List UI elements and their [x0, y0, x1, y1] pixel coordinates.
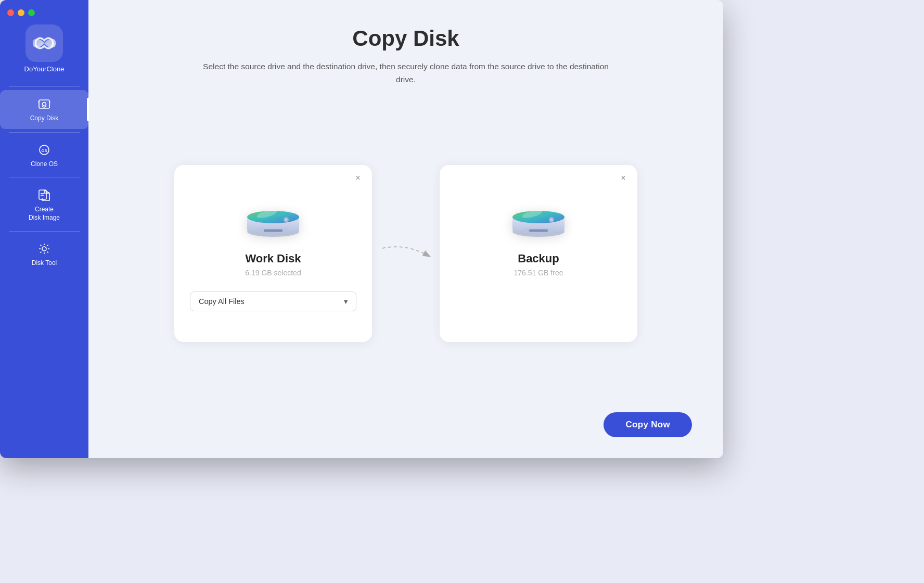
sidebar-item-label-disk-tool: Disk Tool	[32, 259, 57, 268]
copy-now-button[interactable]: Copy Now	[604, 412, 692, 437]
svg-rect-14	[264, 229, 283, 232]
bottom-bar: Copy Now	[120, 412, 692, 437]
source-disk-name: Work Disk	[245, 252, 301, 265]
app-name-label: DoYourClone	[24, 65, 65, 73]
create-disk-image-icon	[36, 187, 52, 203]
maximize-button[interactable]	[28, 9, 35, 16]
clone-os-icon: OS	[36, 142, 52, 158]
sidebar-item-label-copy-disk: Copy Disk	[30, 115, 59, 123]
disk-tool-icon	[36, 241, 52, 257]
page-subtitle: Select the source drive and the destinat…	[198, 60, 614, 86]
sidebar-divider-2	[9, 132, 80, 133]
sidebar-item-create-disk-image[interactable]: Create Disk Image	[0, 181, 88, 228]
sidebar-item-label-clone-os: Clone OS	[31, 160, 58, 169]
destination-disk-info: 176.51 GB free	[514, 269, 563, 277]
source-disk-icon	[242, 191, 304, 243]
arrow-area	[372, 238, 440, 269]
svg-point-26	[550, 218, 553, 221]
svg-point-1	[43, 103, 46, 106]
destination-card-close-button[interactable]: ×	[618, 172, 629, 184]
minimize-button[interactable]	[18, 9, 24, 16]
svg-rect-6	[39, 190, 46, 199]
destination-disk-card: ×	[440, 165, 637, 342]
source-disk-info: 6.19 GB selected	[245, 269, 301, 277]
source-disk-card: ×	[174, 165, 372, 342]
close-button[interactable]	[7, 9, 14, 16]
copy-disk-icon	[36, 96, 52, 112]
sidebar-item-copy-disk[interactable]: Copy Disk	[0, 90, 88, 129]
sidebar-divider-1	[9, 86, 80, 87]
copy-mode-dropdown[interactable]: Copy All Files Copy Used Sectors Sector-…	[190, 292, 356, 311]
svg-point-9	[42, 247, 46, 251]
dropdown-wrapper: Copy All Files Copy Used Sectors Sector-…	[185, 292, 362, 311]
svg-rect-23	[529, 229, 548, 232]
svg-text:OS: OS	[42, 148, 47, 153]
destination-disk-icon	[507, 191, 570, 243]
transfer-arrow-icon	[375, 238, 437, 269]
titlebar	[0, 0, 88, 16]
destination-disk-name: Backup	[518, 252, 559, 265]
copy-mode-dropdown-container: Copy All Files Copy Used Sectors Sector-…	[190, 292, 356, 311]
cards-area: ×	[120, 107, 692, 400]
svg-point-17	[285, 218, 288, 221]
sidebar-item-label-create-disk-image: Create Disk Image	[29, 206, 60, 222]
sidebar-item-disk-tool[interactable]: Disk Tool	[0, 235, 88, 274]
page-title: Copy Disk	[120, 26, 692, 51]
sidebar: DoYourClone Copy Disk OS Clone OS	[0, 0, 88, 458]
main-content: Copy Disk Select the source drive and th…	[88, 0, 723, 458]
source-card-close-button[interactable]: ×	[352, 172, 364, 184]
app-logo	[25, 24, 63, 62]
sidebar-divider-4	[9, 231, 80, 232]
sidebar-divider-3	[9, 178, 80, 178]
sidebar-item-clone-os[interactable]: OS Clone OS	[0, 136, 88, 175]
